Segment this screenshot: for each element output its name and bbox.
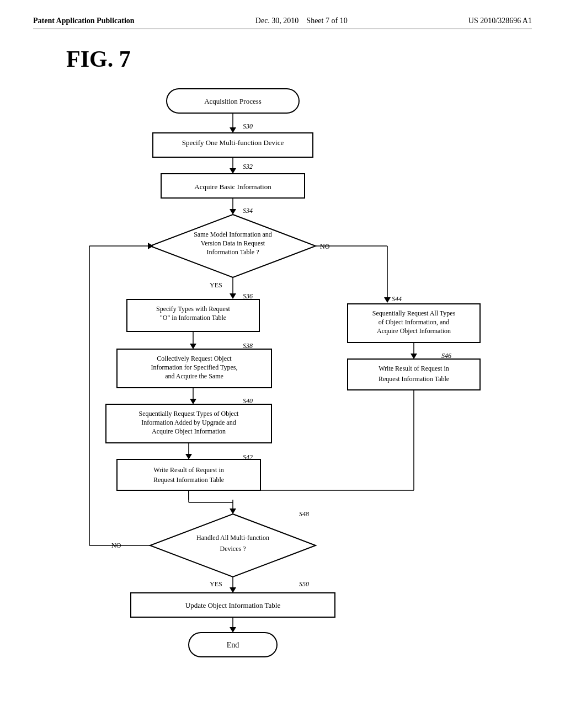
- figure-title: FIG. 7: [66, 46, 532, 72]
- svg-marker-80: [148, 243, 153, 249]
- svg-text:S46: S46: [441, 352, 451, 360]
- svg-text:Acquire Object Information: Acquire Object Information: [152, 427, 226, 435]
- svg-marker-82: [230, 587, 236, 593]
- svg-text:Acquire Basic Information: Acquire Basic Information: [194, 183, 271, 191]
- flowchart: Acquisition Process S30 Specify One Mult…: [45, 83, 520, 690]
- svg-text:Write Result of Request in: Write Result of Request in: [153, 466, 224, 474]
- svg-marker-86: [230, 627, 236, 633]
- svg-rect-58: [117, 459, 260, 490]
- svg-text:YES: YES: [210, 580, 222, 588]
- svg-text:Specify One Multi-function Dev: Specify One Multi-function Device: [182, 138, 284, 147]
- svg-text:S38: S38: [243, 342, 253, 350]
- svg-marker-43: [411, 354, 417, 359]
- header-publication: Patent Application Publication: [33, 17, 135, 25]
- svg-text:S44: S44: [392, 295, 402, 303]
- svg-text:Collectively Request Object: Collectively Request Object: [157, 355, 232, 362]
- header-patent-number: US 2010/328696 A1: [468, 17, 532, 25]
- svg-text:Information Added by Upgrade a: Information Added by Upgrade and: [141, 419, 236, 426]
- svg-text:Update Object Information Tabl: Update Object Information Table: [185, 601, 281, 609]
- svg-marker-22: [230, 293, 236, 299]
- header-date-sheet: Dec. 30, 2010 Sheet 7 of 10: [255, 17, 348, 25]
- svg-text:and Acquire the Same: and Acquire the Same: [165, 372, 223, 380]
- svg-text:Specify Types with Request: Specify Types with Request: [156, 305, 231, 313]
- svg-text:Sequentially Request All Types: Sequentially Request All Types: [372, 309, 456, 317]
- svg-text:Devices ?: Devices ?: [220, 545, 246, 553]
- svg-text:Request Information Table: Request Information Table: [153, 476, 224, 484]
- svg-marker-3: [230, 127, 236, 133]
- svg-marker-29: [384, 297, 391, 303]
- svg-text:Version Data in Request: Version Data in Request: [201, 239, 265, 247]
- flowchart-svg: Acquisition Process S30 Specify One Mult…: [45, 83, 520, 690]
- svg-text:S36: S36: [243, 292, 253, 300]
- svg-marker-69: [230, 508, 236, 514]
- svg-text:YES: YES: [210, 281, 222, 289]
- svg-text:Write Result of Request in: Write Result of Request in: [379, 365, 449, 372]
- svg-text:S30: S30: [243, 122, 253, 130]
- svg-marker-8: [230, 168, 236, 174]
- svg-text:of Object Information, and: of Object Information, and: [379, 318, 450, 326]
- svg-text:S50: S50: [299, 580, 309, 588]
- svg-text:Acquisition Process: Acquisition Process: [204, 97, 262, 105]
- svg-marker-13: [230, 209, 236, 215]
- page: Patent Application Publication Dec. 30, …: [0, 0, 565, 728]
- svg-text:S40: S40: [243, 397, 253, 405]
- svg-text:End: End: [227, 641, 239, 649]
- svg-text:Request Information Table: Request Information Table: [379, 375, 449, 383]
- svg-text:"O" in Information Table: "O" in Information Table: [160, 314, 226, 322]
- svg-text:S48: S48: [299, 510, 309, 518]
- svg-marker-56: [185, 454, 192, 459]
- svg-text:S32: S32: [243, 163, 253, 170]
- svg-text:Information Table ?: Information Table ?: [207, 248, 259, 256]
- svg-text:Handled All Multi-function: Handled All Multi-function: [196, 534, 269, 542]
- svg-text:S34: S34: [243, 207, 253, 215]
- svg-text:Acquire Object Information: Acquire Object Information: [377, 327, 451, 335]
- svg-marker-36: [190, 344, 196, 349]
- svg-text:NO: NO: [320, 243, 330, 250]
- svg-rect-45: [348, 359, 480, 390]
- svg-text:Sequentially Request Types of : Sequentially Request Types of Object: [139, 410, 239, 417]
- svg-marker-49: [190, 399, 196, 404]
- page-header: Patent Application Publication Dec. 30, …: [33, 17, 532, 29]
- svg-text:Same Model Information and: Same Model Information and: [194, 231, 272, 238]
- svg-text:Information for Specified Type: Information for Specified Types,: [151, 363, 238, 371]
